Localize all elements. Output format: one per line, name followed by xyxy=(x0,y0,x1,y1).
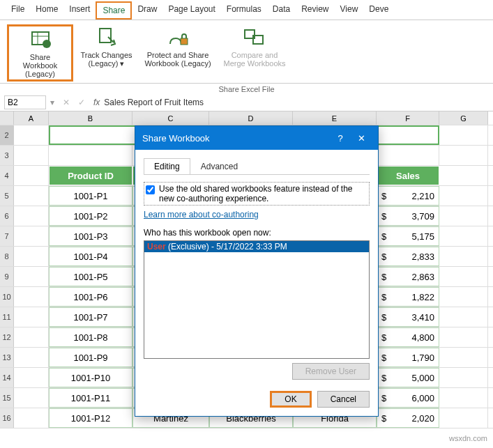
row-header[interactable]: 7 xyxy=(0,226,14,246)
tab-draw[interactable]: Draw xyxy=(132,1,162,20)
ok-button[interactable]: OK xyxy=(270,391,311,408)
cell[interactable] xyxy=(14,348,49,367)
cell-sales[interactable]: $6,000 xyxy=(377,388,439,408)
cell-sales[interactable]: $5,175 xyxy=(377,226,439,246)
cell-product-id[interactable]: 1001-P10 xyxy=(49,368,132,387)
cell[interactable] xyxy=(439,388,488,408)
row-header[interactable]: 13 xyxy=(0,348,14,367)
cell[interactable] xyxy=(14,267,49,286)
cell[interactable] xyxy=(14,307,49,327)
col-c[interactable]: C xyxy=(132,111,209,125)
cancel-button[interactable]: Cancel xyxy=(317,391,370,408)
row-header[interactable]: 8 xyxy=(0,247,14,266)
cell[interactable] xyxy=(439,327,488,347)
cell-product-id[interactable]: 1001-P12 xyxy=(49,408,132,428)
help-button[interactable]: ? xyxy=(331,130,350,146)
col-e[interactable]: E xyxy=(293,111,377,125)
tab-file[interactable]: File xyxy=(6,1,30,20)
row-header[interactable]: 15 xyxy=(0,388,14,408)
cell[interactable] xyxy=(439,247,488,266)
cell[interactable] xyxy=(14,408,49,428)
row-header[interactable]: 14 xyxy=(0,368,14,387)
cell-product-id[interactable]: 1001-P4 xyxy=(49,247,132,266)
dialog-titlebar[interactable]: Share Workbook ? ✕ xyxy=(135,126,378,150)
tab-home[interactable]: Home xyxy=(30,1,63,20)
col-b[interactable]: B xyxy=(49,111,132,125)
track-changes-button[interactable]: Track Changes (Legacy) ▾ xyxy=(73,24,139,70)
cell-product-id[interactable]: 1001-P6 xyxy=(49,287,132,307)
name-box[interactable]: B2 xyxy=(4,95,46,109)
row-header[interactable]: 5 xyxy=(0,186,14,206)
cell[interactable] xyxy=(14,368,49,387)
cell-sales[interactable]: $1,790 xyxy=(377,348,439,367)
cell-sales[interactable]: $3,410 xyxy=(377,307,439,327)
row-header[interactable]: 2 xyxy=(0,125,14,145)
dialog-tab-advanced[interactable]: Advanced xyxy=(190,158,248,174)
cell[interactable] xyxy=(14,125,49,145)
col-f[interactable]: F xyxy=(377,111,439,125)
cell-product-id[interactable]: 1001-P5 xyxy=(49,267,132,286)
cell-sales[interactable]: $2,863 xyxy=(377,267,439,286)
tab-view[interactable]: View xyxy=(335,1,364,20)
cell[interactable] xyxy=(14,287,49,307)
col-a[interactable]: A xyxy=(14,111,49,125)
share-workbook-button[interactable]: Share Workbook (Legacy) xyxy=(7,24,73,82)
col-d[interactable]: D xyxy=(209,111,293,125)
close-button[interactable]: ✕ xyxy=(351,130,371,146)
row-header[interactable]: 12 xyxy=(0,327,14,347)
cell[interactable] xyxy=(439,166,488,185)
cell[interactable] xyxy=(49,146,132,165)
cell-product-id[interactable]: 1001-P2 xyxy=(49,206,132,226)
tab-review[interactable]: Review xyxy=(296,1,334,20)
header-product-id[interactable]: Product ID xyxy=(49,166,132,185)
header-sales[interactable]: Sales xyxy=(377,166,439,185)
cell-product-id[interactable]: 1001-P3 xyxy=(49,226,132,246)
col-g[interactable]: G xyxy=(439,111,488,125)
cell-product-id[interactable]: 1001-P7 xyxy=(49,307,132,327)
cell[interactable] xyxy=(439,206,488,226)
cell-product-id[interactable]: 1001-P11 xyxy=(49,388,132,408)
tab-share[interactable]: Share xyxy=(96,1,132,20)
cell[interactable] xyxy=(439,348,488,367)
row-header[interactable]: 6 xyxy=(0,206,14,226)
cell-sales[interactable]: $4,800 xyxy=(377,327,439,347)
cell-sales[interactable]: $2,020 xyxy=(377,408,439,428)
dialog-tab-editing[interactable]: Editing xyxy=(144,158,190,174)
cell[interactable] xyxy=(439,146,488,165)
cell[interactable] xyxy=(439,408,488,428)
cell-product-id[interactable]: 1001-P9 xyxy=(49,348,132,367)
cell[interactable] xyxy=(439,186,488,206)
learn-more-link[interactable]: Learn more about co-authoring xyxy=(144,210,370,219)
user-listbox[interactable]: User (Exclusive) - 5/17/2022 3:33 PM xyxy=(144,240,370,359)
cell[interactable] xyxy=(14,166,49,185)
cell[interactable] xyxy=(439,287,488,307)
row-header[interactable]: 4 xyxy=(0,166,14,185)
tab-developer[interactable]: Deve xyxy=(363,1,394,20)
cell[interactable] xyxy=(14,247,49,266)
cell[interactable] xyxy=(439,307,488,327)
list-item[interactable]: User (Exclusive) - 5/17/2022 3:33 PM xyxy=(144,241,369,252)
cell[interactable] xyxy=(14,206,49,226)
tab-page-layout[interactable]: Page Layout xyxy=(162,1,220,20)
row-header[interactable]: 9 xyxy=(0,267,14,286)
cell[interactable] xyxy=(439,226,488,246)
cell[interactable] xyxy=(14,146,49,165)
cell[interactable] xyxy=(14,186,49,206)
select-all[interactable] xyxy=(0,111,14,125)
cell-sales[interactable]: $1,822 xyxy=(377,287,439,307)
tab-data[interactable]: Data xyxy=(267,1,296,20)
cell-product-id[interactable]: 1001-P8 xyxy=(49,327,132,347)
cell[interactable] xyxy=(439,125,488,145)
cell[interactable] xyxy=(14,226,49,246)
use-old-checkbox[interactable] xyxy=(146,185,155,194)
fx-icon[interactable]: fx xyxy=(93,98,100,107)
formula-value[interactable]: Sales Report of Fruit Items xyxy=(104,98,204,107)
cell[interactable] xyxy=(439,368,488,387)
tab-formulas[interactable]: Formulas xyxy=(221,1,267,20)
row-header[interactable]: 10 xyxy=(0,287,14,307)
cell-product-id[interactable]: 1001-P1 xyxy=(49,186,132,206)
protect-share-button[interactable]: Protect and Share Workbook (Legacy) xyxy=(139,24,216,69)
cell[interactable] xyxy=(439,267,488,286)
cell-sales[interactable]: $3,709 xyxy=(377,206,439,226)
cell[interactable] xyxy=(14,388,49,408)
